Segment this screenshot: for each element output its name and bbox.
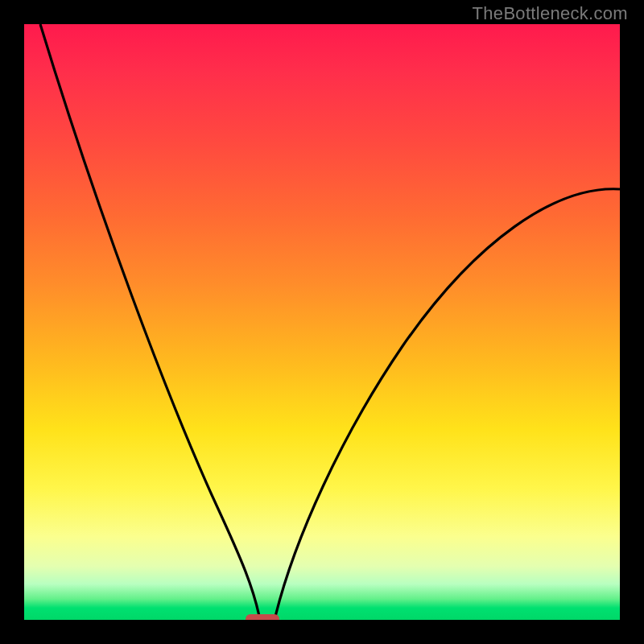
bottleneck-marker — [246, 614, 279, 620]
curve-layer — [24, 24, 620, 620]
chart-frame: TheBottleneck.com — [0, 0, 644, 644]
left-curve — [40, 24, 260, 620]
plot-area — [24, 24, 620, 620]
watermark-text: TheBottleneck.com — [473, 3, 628, 24]
right-curve — [275, 189, 620, 620]
